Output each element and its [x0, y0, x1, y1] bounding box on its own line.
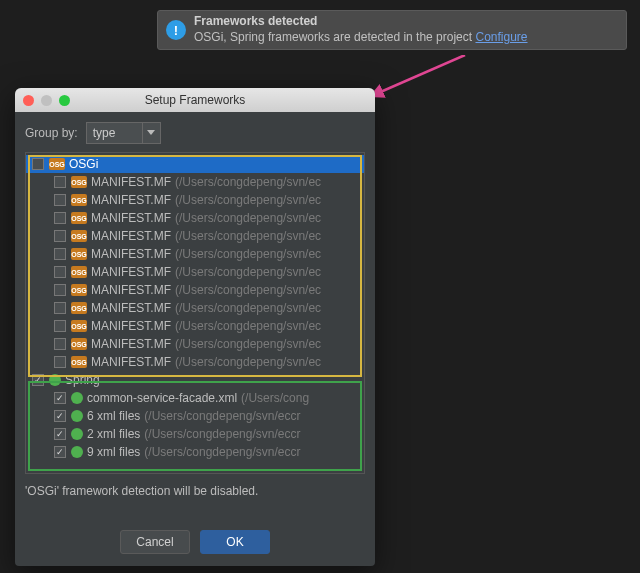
item-label: 9 xml files: [87, 445, 140, 459]
item-label: MANIFEST.MF: [91, 211, 171, 225]
checkbox[interactable]: [54, 230, 66, 242]
checkbox[interactable]: [54, 302, 66, 314]
item-path: (/Users/congdepeng/svn/eccr: [144, 409, 300, 423]
dialog-title: Setup Frameworks: [15, 93, 375, 107]
checkbox[interactable]: [54, 356, 66, 368]
osgi-icon: OSG: [71, 194, 87, 206]
osgi-icon: OSG: [71, 284, 87, 296]
tree-item-osgi-9[interactable]: OSGMANIFEST.MF (/Users/congdepeng/svn/ec: [26, 335, 364, 353]
checkbox[interactable]: [54, 212, 66, 224]
osgi-icon: OSG: [71, 338, 87, 350]
framework-tree[interactable]: OSGOSGiOSGMANIFEST.MF (/Users/congdepeng…: [25, 152, 365, 474]
item-path: (/Users/congdepeng/svn/eccr: [144, 445, 300, 459]
chevron-down-icon: [142, 123, 160, 143]
item-label: MANIFEST.MF: [91, 355, 171, 369]
checkbox[interactable]: [32, 374, 44, 386]
item-path: (/Users/congdepeng/svn/ec: [175, 193, 321, 207]
osgi-icon: OSG: [71, 212, 87, 224]
tree-group-spring[interactable]: Spring: [26, 371, 364, 389]
item-label: common-service-facade.xml: [87, 391, 237, 405]
tree-item-spring-0[interactable]: common-service-facade.xml (/Users/cong: [26, 389, 364, 407]
item-path: (/Users/congdepeng/svn/ec: [175, 265, 321, 279]
osgi-icon: OSG: [71, 302, 87, 314]
item-path: (/Users/congdepeng/svn/ec: [175, 247, 321, 261]
spring-icon: [71, 392, 83, 404]
tree-item-osgi-1[interactable]: OSGMANIFEST.MF (/Users/congdepeng/svn/ec: [26, 191, 364, 209]
checkbox[interactable]: [54, 266, 66, 278]
item-path: (/Users/congdepeng/svn/ec: [175, 175, 321, 189]
cancel-button[interactable]: Cancel: [120, 530, 190, 554]
checkbox[interactable]: [54, 284, 66, 296]
osgi-icon: OSG: [71, 230, 87, 242]
spring-icon: [49, 374, 61, 386]
setup-frameworks-dialog: Setup Frameworks Group by: type OSGOSGiO…: [15, 88, 375, 566]
osgi-icon: OSG: [71, 266, 87, 278]
notification-text: Frameworks detected OSGi, Spring framewo…: [194, 14, 618, 45]
checkbox[interactable]: [54, 176, 66, 188]
item-path: (/Users/congdepeng/svn/ec: [175, 283, 321, 297]
notification-body: OSGi, Spring frameworks are detected in …: [194, 30, 618, 46]
item-label: 2 xml files: [87, 427, 140, 441]
item-label: MANIFEST.MF: [91, 229, 171, 243]
item-label: OSGi: [69, 157, 98, 171]
annotation-arrow: [365, 55, 475, 105]
osgi-icon: OSG: [49, 158, 65, 170]
osgi-icon: OSG: [71, 248, 87, 260]
tree-item-osgi-5[interactable]: OSGMANIFEST.MF (/Users/congdepeng/svn/ec: [26, 263, 364, 281]
item-label: 6 xml files: [87, 409, 140, 423]
spring-icon: [71, 446, 83, 458]
tree-item-spring-3[interactable]: 9 xml files (/Users/congdepeng/svn/eccr: [26, 443, 364, 461]
checkbox[interactable]: [54, 428, 66, 440]
item-label: MANIFEST.MF: [91, 265, 171, 279]
info-icon: !: [166, 20, 186, 40]
checkbox[interactable]: [54, 194, 66, 206]
tree-group-osgi[interactable]: OSGOSGi: [26, 155, 364, 173]
configure-link[interactable]: Configure: [475, 30, 527, 44]
osgi-icon: OSG: [71, 320, 87, 332]
tree-item-osgi-7[interactable]: OSGMANIFEST.MF (/Users/congdepeng/svn/ec: [26, 299, 364, 317]
spring-icon: [71, 428, 83, 440]
group-by-select[interactable]: type: [86, 122, 161, 144]
notification-bar: ! Frameworks detected OSGi, Spring frame…: [157, 10, 627, 50]
svg-line-0: [369, 55, 465, 97]
osgi-icon: OSG: [71, 176, 87, 188]
osgi-icon: OSG: [71, 356, 87, 368]
checkbox[interactable]: [54, 410, 66, 422]
item-label: MANIFEST.MF: [91, 283, 171, 297]
checkbox[interactable]: [32, 158, 44, 170]
item-path: (/Users/congdepeng/svn/ec: [175, 337, 321, 351]
ok-button[interactable]: OK: [200, 530, 270, 554]
titlebar[interactable]: Setup Frameworks: [15, 88, 375, 112]
checkbox[interactable]: [54, 446, 66, 458]
tree-item-osgi-4[interactable]: OSGMANIFEST.MF (/Users/congdepeng/svn/ec: [26, 245, 364, 263]
tree-item-spring-1[interactable]: 6 xml files (/Users/congdepeng/svn/eccr: [26, 407, 364, 425]
item-label: MANIFEST.MF: [91, 301, 171, 315]
tree-item-osgi-10[interactable]: OSGMANIFEST.MF (/Users/congdepeng/svn/ec: [26, 353, 364, 371]
item-path: (/Users/congdepeng/svn/ec: [175, 229, 321, 243]
tree-item-osgi-6[interactable]: OSGMANIFEST.MF (/Users/congdepeng/svn/ec: [26, 281, 364, 299]
item-path: (/Users/congdepeng/svn/eccr: [144, 427, 300, 441]
tree-item-spring-2[interactable]: 2 xml files (/Users/congdepeng/svn/eccr: [26, 425, 364, 443]
item-label: MANIFEST.MF: [91, 319, 171, 333]
item-label: MANIFEST.MF: [91, 175, 171, 189]
item-label: MANIFEST.MF: [91, 337, 171, 351]
item-path: (/Users/cong: [241, 391, 309, 405]
item-path: (/Users/congdepeng/svn/ec: [175, 211, 321, 225]
item-label: MANIFEST.MF: [91, 193, 171, 207]
status-message: 'OSGi' framework detection will be disab…: [25, 484, 365, 498]
spring-icon: [71, 410, 83, 422]
group-by-label: Group by:: [25, 126, 78, 140]
tree-item-osgi-2[interactable]: OSGMANIFEST.MF (/Users/congdepeng/svn/ec: [26, 209, 364, 227]
checkbox[interactable]: [54, 320, 66, 332]
checkbox[interactable]: [54, 248, 66, 260]
tree-item-osgi-0[interactable]: OSGMANIFEST.MF (/Users/congdepeng/svn/ec: [26, 173, 364, 191]
item-label: Spring: [65, 373, 100, 387]
tree-item-osgi-3[interactable]: OSGMANIFEST.MF (/Users/congdepeng/svn/ec: [26, 227, 364, 245]
item-path: (/Users/congdepeng/svn/ec: [175, 355, 321, 369]
checkbox[interactable]: [54, 392, 66, 404]
tree-item-osgi-8[interactable]: OSGMANIFEST.MF (/Users/congdepeng/svn/ec: [26, 317, 364, 335]
checkbox[interactable]: [54, 338, 66, 350]
item-path: (/Users/congdepeng/svn/ec: [175, 301, 321, 315]
group-by-value: type: [87, 126, 142, 140]
item-label: MANIFEST.MF: [91, 247, 171, 261]
